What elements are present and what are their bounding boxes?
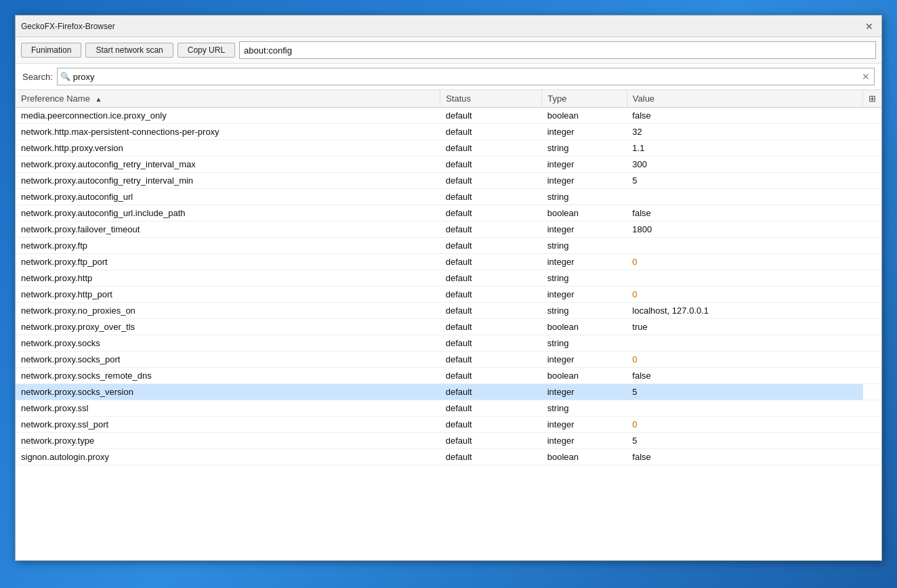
type-cell: integer [542, 417, 627, 433]
table-row[interactable]: network.proxy.proxy_over_tlsdefaultboole… [16, 319, 881, 335]
status-cell: default [440, 124, 542, 140]
search-icon: 🔍 [60, 72, 70, 81]
pref-cell: network.proxy.no_proxies_on [16, 303, 440, 319]
status-cell: default [440, 352, 542, 368]
search-bar: Search: 🔍 ✕ [16, 64, 881, 90]
type-cell: string [542, 140, 627, 156]
value-cell [627, 335, 862, 352]
search-label: Search: [22, 72, 53, 82]
table-row[interactable]: network.proxy.socksdefaultstring [16, 335, 881, 352]
pref-cell: network.proxy.ssl_port [16, 417, 440, 433]
status-cell: default [440, 303, 542, 319]
table-row[interactable]: network.proxy.socks_remote_dnsdefaultboo… [16, 368, 881, 384]
funimation-button[interactable]: Funimation [21, 43, 81, 58]
status-cell: default [440, 173, 542, 189]
table-row[interactable]: network.proxy.failover_timeoutdefaultint… [16, 222, 881, 238]
network-scan-button[interactable]: Start network scan [85, 43, 173, 58]
table-row[interactable]: network.proxy.httpdefaultstring [16, 270, 881, 287]
type-cell: string [542, 303, 627, 319]
col-header-preference[interactable]: Preference Name ▲ [16, 90, 440, 108]
table-row[interactable]: network.http.proxy.versiondefaultstring1… [16, 140, 881, 156]
preferences-table: Preference Name ▲ Status Type Value ⊞ [16, 90, 881, 465]
pref-cell: network.proxy.ssl [16, 400, 440, 417]
type-cell: integer [542, 384, 627, 400]
window-title: GeckoFX-Firefox-Browser [21, 22, 862, 31]
type-cell: string [542, 400, 627, 417]
value-cell: false [627, 368, 862, 384]
table-row[interactable]: network.proxy.ssldefaultstring [16, 400, 881, 417]
status-cell: default [440, 335, 542, 352]
status-cell: default [440, 205, 542, 222]
value-cell: 5 [627, 433, 862, 449]
pref-cell: network.http.max-persistent-connections-… [16, 124, 440, 140]
value-cell: 1800 [627, 222, 862, 238]
table-row[interactable]: network.proxy.no_proxies_ondefaultstring… [16, 303, 881, 319]
search-input[interactable] [73, 72, 860, 82]
table-header-row: Preference Name ▲ Status Type Value ⊞ [16, 90, 881, 108]
pref-cell: network.proxy.socks [16, 335, 440, 352]
type-cell: boolean [542, 205, 627, 222]
type-cell: integer [542, 433, 627, 449]
value-cell [627, 400, 862, 417]
status-cell: default [440, 449, 542, 465]
table-row[interactable]: network.proxy.ftpdefaultstring [16, 238, 881, 254]
col-header-type[interactable]: Type [542, 90, 627, 108]
table-row[interactable]: network.proxy.ssl_portdefaultinteger0 [16, 417, 881, 433]
status-cell: default [440, 319, 542, 335]
table-row[interactable]: network.proxy.autoconfig_retry_interval_… [16, 156, 881, 173]
table-row[interactable]: network.proxy.socks_portdefaultinteger0 [16, 352, 881, 368]
pref-cell: media.peerconnection.ice.proxy_only [16, 108, 440, 124]
type-cell: string [542, 189, 627, 205]
copy-url-button[interactable]: Copy URL [178, 43, 235, 58]
col-header-actions: ⊞ [863, 90, 882, 108]
pref-cell: network.proxy.socks_port [16, 352, 440, 368]
status-cell: default [440, 254, 542, 270]
main-window: GeckoFX-Firefox-Browser ✕ Funimation Sta… [15, 15, 882, 561]
value-cell: 0 [627, 254, 862, 270]
status-cell: default [440, 222, 542, 238]
url-input[interactable] [239, 41, 876, 59]
type-cell: integer [542, 352, 627, 368]
pref-cell: network.proxy.autoconfig_retry_interval_… [16, 156, 440, 173]
pref-cell: network.proxy.ftp [16, 238, 440, 254]
pref-cell: network.http.proxy.version [16, 140, 440, 156]
table-row[interactable]: network.proxy.autoconfig_urldefaultstrin… [16, 189, 881, 205]
status-cell: default [440, 140, 542, 156]
type-cell: string [542, 238, 627, 254]
status-cell: default [440, 384, 542, 400]
pref-cell: network.proxy.socks_version [16, 384, 440, 400]
pref-cell: network.proxy.autoconfig_retry_interval_… [16, 173, 440, 189]
value-cell: false [627, 205, 862, 222]
type-cell: boolean [542, 108, 627, 124]
table-body: media.peerconnection.ice.proxy_onlydefau… [16, 108, 881, 465]
pref-cell: network.proxy.http_port [16, 287, 440, 303]
clear-search-button[interactable]: ✕ [860, 71, 871, 82]
table-row[interactable]: signon.autologin.proxydefaultbooleanfals… [16, 449, 881, 465]
close-button[interactable]: ✕ [862, 20, 876, 33]
table-row[interactable]: network.proxy.typedefaultinteger5 [16, 433, 881, 449]
table-row[interactable]: network.proxy.autoconfig_retry_interval_… [16, 173, 881, 189]
type-cell: string [542, 270, 627, 287]
table-row[interactable]: network.http.max-persistent-connections-… [16, 124, 881, 140]
col-header-status[interactable]: Status [440, 90, 542, 108]
search-input-wrap: 🔍 ✕ [57, 68, 875, 85]
type-cell: integer [542, 287, 627, 303]
pref-cell: signon.autologin.proxy [16, 449, 440, 465]
table-row[interactable]: media.peerconnection.ice.proxy_onlydefau… [16, 108, 881, 124]
preferences-table-container: Preference Name ▲ Status Type Value ⊞ [16, 90, 881, 560]
type-cell: integer [542, 222, 627, 238]
type-cell: boolean [542, 368, 627, 384]
pref-cell: network.proxy.failover_timeout [16, 222, 440, 238]
value-cell: 32 [627, 124, 862, 140]
col-header-value[interactable]: Value [627, 90, 862, 108]
sort-arrow-asc: ▲ [96, 96, 102, 103]
type-cell: boolean [542, 319, 627, 335]
table-row[interactable]: network.proxy.socks_versiondefaultintege… [16, 384, 881, 400]
value-cell: 5 [627, 173, 862, 189]
status-cell: default [440, 368, 542, 384]
table-row[interactable]: network.proxy.http_portdefaultinteger0 [16, 287, 881, 303]
table-row[interactable]: network.proxy.autoconfig_url.include_pat… [16, 205, 881, 222]
status-cell: default [440, 270, 542, 287]
table-row[interactable]: network.proxy.ftp_portdefaultinteger0 [16, 254, 881, 270]
type-cell: string [542, 335, 627, 352]
